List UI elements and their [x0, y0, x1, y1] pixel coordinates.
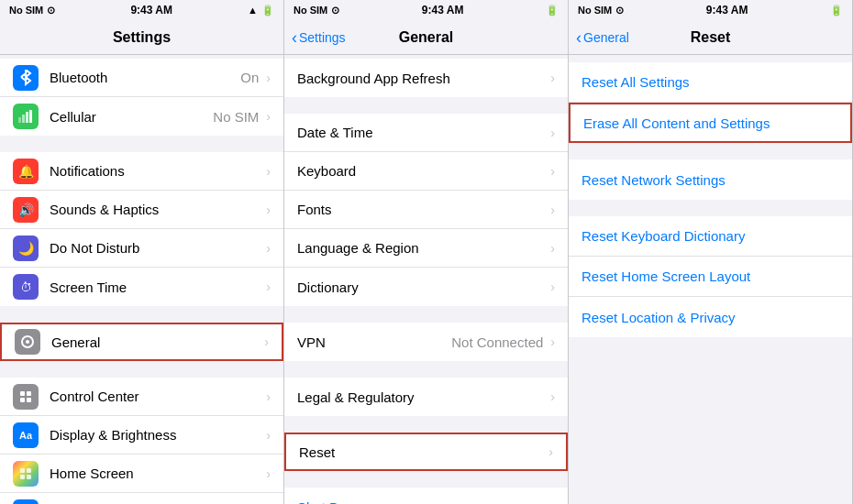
settings-list-2: Background App Refresh › Date & Time › K…	[284, 55, 568, 504]
row-general[interactable]: General ›	[0, 323, 283, 361]
dictionary-chevron: ›	[550, 279, 555, 294]
row-screentime[interactable]: ⏱ Screen Time ›	[0, 268, 283, 306]
screentime-icon: ⏱	[13, 274, 39, 300]
status-left-3: No SIM ⊙	[578, 5, 624, 16]
notifications-chevron: ›	[266, 164, 271, 179]
row-dictionary[interactable]: Dictionary ›	[284, 268, 568, 306]
reset-keyboard-dict-label: Reset Keyboard Dictionary	[582, 228, 745, 244]
row-fonts[interactable]: Fonts ›	[284, 191, 568, 229]
nav-bar-1: Settings	[0, 20, 283, 55]
row-language[interactable]: Language & Region ›	[284, 229, 568, 268]
back-button-3[interactable]: ‹ General	[576, 29, 629, 46]
sounds-label: Sounds & Haptics	[50, 202, 262, 217]
row-notifications[interactable]: 🔔 Notifications ›	[0, 152, 283, 191]
status-left-2: No SIM ⊙	[294, 5, 339, 16]
group-legal: Legal & Regulatory ›	[284, 378, 568, 416]
group-reset-other: Reset Keyboard Dictionary Reset Home Scr…	[569, 216, 852, 337]
group-reset: Reset ›	[284, 433, 568, 471]
row-keyboard[interactable]: Keyboard ›	[284, 152, 568, 191]
fonts-label: Fonts	[297, 202, 547, 217]
row-vpn[interactable]: VPN Not Connected ›	[284, 323, 568, 361]
controlcenter-label: Control Center	[50, 389, 262, 404]
wifi-icon-3: ⊙	[615, 5, 624, 16]
status-time-3: 9:43 AM	[706, 4, 748, 16]
back-button-2[interactable]: ‹ Settings	[292, 29, 346, 46]
row-sounds[interactable]: 🔊 Sounds & Haptics ›	[0, 191, 283, 229]
group-system: 🔔 Notifications › 🔊 Sounds & Haptics › 🌙…	[0, 152, 283, 306]
row-bluetooth[interactable]: Bluetooth On ›	[0, 59, 283, 97]
screentime-chevron: ›	[266, 279, 271, 294]
row-accessibility[interactable]: Accessibility ›	[0, 493, 283, 504]
homescreen-chevron: ›	[266, 466, 271, 481]
sounds-chevron: ›	[266, 203, 271, 217]
status-bar-2: No SIM ⊙ 9:43 AM 🔋	[284, 0, 568, 20]
cellular-chevron: ›	[266, 109, 271, 124]
row-bg-refresh[interactable]: Background App Refresh ›	[284, 59, 568, 97]
cellular-value: No SIM	[213, 109, 259, 125]
row-reset-all-settings[interactable]: Reset All Settings	[569, 62, 852, 103]
row-reset-network[interactable]: Reset Network Settings	[569, 159, 852, 200]
back-chevron-3: ‹	[576, 29, 582, 46]
bluetooth-chevron: ›	[266, 71, 271, 85]
general-panel: No SIM ⊙ 9:43 AM 🔋 ‹ Settings General Ba…	[284, 0, 569, 504]
row-shutdown[interactable]: Shut Down	[284, 488, 568, 504]
status-right-1: ▲ 🔋	[248, 5, 274, 16]
bg-refresh-label: Background App Refresh	[297, 71, 547, 86]
bg-refresh-chevron: ›	[550, 71, 555, 85]
svg-rect-1	[22, 115, 25, 123]
vpn-label: VPN	[297, 334, 451, 350]
nav-title-3: Reset	[691, 29, 731, 46]
cellular-icon	[13, 104, 39, 129]
battery-icon-2: 🔋	[546, 5, 559, 16]
group-reset-main: Reset All Settings Erase All Content and…	[569, 62, 852, 143]
nav-bar-2: ‹ Settings General	[284, 20, 568, 55]
back-label-2: Settings	[299, 30, 346, 45]
row-dnd[interactable]: 🌙 Do Not Disturb ›	[0, 229, 283, 268]
controlcenter-icon	[13, 384, 39, 410]
legal-chevron: ›	[550, 389, 555, 404]
dictionary-label: Dictionary	[297, 279, 547, 295]
shutdown-label: Shut Down	[297, 499, 555, 505]
no-sim-label-3: No SIM	[578, 5, 612, 16]
svg-rect-2	[26, 112, 28, 123]
status-bar-1: No SIM ⊙ 9:43 AM ▲ 🔋	[0, 0, 283, 20]
row-controlcenter[interactable]: Control Center ›	[0, 378, 283, 416]
erase-content-label: Erase All Content and Settings	[583, 115, 770, 131]
row-homescreen[interactable]: Home Screen ›	[0, 455, 283, 493]
status-right-3: 🔋	[830, 5, 843, 16]
gap-g3	[284, 361, 568, 378]
controlcenter-chevron: ›	[266, 389, 271, 404]
svg-rect-12	[20, 475, 25, 479]
sounds-icon: 🔊	[13, 197, 39, 223]
status-time-1: 9:43 AM	[130, 4, 172, 16]
location-icon-1: ▲	[248, 5, 258, 16]
row-reset-homescreen[interactable]: Reset Home Screen Layout	[569, 257, 852, 297]
row-display[interactable]: Aa Display & Brightness ›	[0, 416, 283, 455]
general-label: General	[51, 334, 260, 350]
svg-rect-0	[18, 117, 21, 123]
nav-title-2: General	[399, 29, 454, 46]
wifi-icon-2: ⊙	[331, 5, 339, 16]
row-datetime[interactable]: Date & Time ›	[284, 114, 568, 152]
group-general: General ›	[0, 323, 283, 361]
back-chevron-2: ‹	[292, 29, 297, 46]
keyboard-chevron: ›	[550, 164, 555, 179]
gap-1	[0, 136, 283, 152]
notifications-label: Notifications	[50, 163, 262, 179]
nav-title-1: Settings	[113, 29, 171, 46]
homescreen-label: Home Screen	[50, 466, 262, 481]
group-bg-refresh: Background App Refresh ›	[284, 59, 568, 97]
row-reset-keyboard-dict[interactable]: Reset Keyboard Dictionary	[569, 216, 852, 257]
dnd-chevron: ›	[266, 241, 271, 256]
keyboard-label: Keyboard	[297, 163, 547, 179]
vpn-value: Not Connected	[451, 334, 543, 350]
row-cellular[interactable]: Cellular No SIM ›	[0, 97, 283, 136]
row-erase-content[interactable]: Erase All Content and Settings	[569, 103, 852, 143]
no-sim-label-1: No SIM	[9, 5, 43, 16]
row-legal[interactable]: Legal & Regulatory ›	[284, 378, 568, 416]
row-reset[interactable]: Reset ›	[284, 433, 568, 471]
svg-rect-13	[27, 475, 31, 479]
general-icon	[15, 329, 40, 355]
row-reset-location[interactable]: Reset Location & Privacy	[569, 297, 852, 337]
status-time-2: 9:43 AM	[422, 4, 464, 16]
